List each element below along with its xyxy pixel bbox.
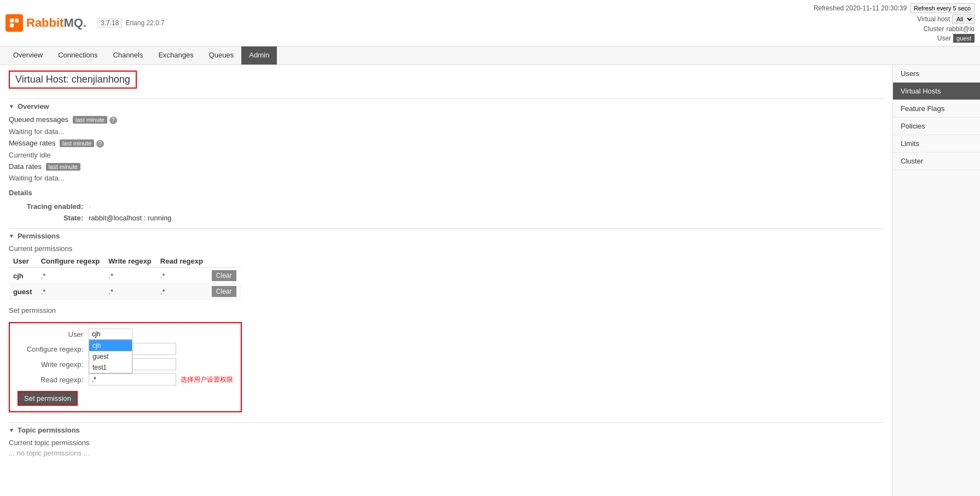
nav-queues[interactable]: Queues (201, 46, 242, 65)
form-note: 选择用户设置权限 (181, 375, 233, 384)
queued-tag: last minute (73, 116, 107, 124)
permissions-collapse-arrow[interactable]: ▼ (9, 233, 14, 239)
message-rates-help[interactable]: ? (96, 140, 104, 148)
form-read-label: Read regexp: (18, 376, 89, 384)
nav-exchanges[interactable]: Exchanges (150, 46, 201, 65)
perm-table-header-row: User Configure regexp Write regexp Read … (9, 255, 241, 268)
perm-row-1: guest .* .* .* Clear (9, 284, 241, 300)
cluster-label: Cluster (923, 25, 944, 33)
topic-permissions-section-header: ▼ Topic permissions (9, 422, 884, 434)
perm-configure-1: .* (37, 284, 105, 300)
current-permissions-label: Current permissions (9, 244, 884, 253)
svg-rect-1 (15, 19, 19, 22)
user-value: guest (953, 34, 975, 43)
sidebar-item-feature-flags[interactable]: Feature Flags (893, 100, 980, 118)
nav-admin[interactable]: Admin (241, 46, 277, 65)
details-label: Details (9, 187, 884, 199)
sidebar-item-policies[interactable]: Policies (893, 118, 980, 135)
set-permission-label: Set permission (9, 306, 884, 314)
nav-overview[interactable]: Overview (5, 46, 50, 65)
currently-idle: Currently idle (9, 149, 884, 161)
erlang-version: Erlang 22.0.7 (125, 19, 164, 27)
clear-button-1[interactable]: Clear (212, 286, 236, 297)
user-select[interactable]: cjh guest test1 (89, 329, 132, 340)
perm-read-1: .* (156, 284, 207, 300)
perm-write-1: .* (104, 284, 156, 300)
queued-messages-row: Queued messages last minute ? (9, 114, 884, 126)
clear-button-0[interactable]: Clear (212, 270, 236, 281)
perm-configure-0: .* (37, 268, 105, 284)
user-row: User guest (937, 34, 975, 43)
th-write: Write regexp (104, 255, 156, 268)
refresh-info: Refreshed 2020-11-11 20:30:39 Refresh ev… (814, 3, 975, 13)
sidebar-item-limits[interactable]: Limits (893, 135, 980, 153)
overview-section-header: ▼ Overview (9, 98, 884, 110)
refresh-btn[interactable]: Refresh every 5 seco (910, 3, 975, 13)
nav-connections[interactable]: Connections (50, 46, 105, 65)
message-rates-label: Message rates (9, 139, 55, 147)
current-topic-permissions-label: Current topic permissions (9, 439, 884, 447)
logo-icon (5, 14, 23, 32)
th-user: User (9, 255, 37, 268)
sidebar-item-users[interactable]: Users (893, 65, 980, 83)
user-select-wrapper: cjh guest test1 cjh guest test1 (89, 329, 132, 340)
dropdown-test1[interactable]: test1 (89, 362, 132, 373)
svg-rect-2 (10, 24, 14, 27)
version-badge: 3.7.18 (97, 18, 122, 28)
topic-permissions-section-label: Topic permissions (18, 426, 80, 434)
queued-help[interactable]: ? (109, 116, 117, 124)
nav-channels[interactable]: Channels (105, 46, 150, 65)
svg-rect-0 (10, 19, 14, 22)
th-read: Read regexp (156, 255, 207, 268)
perm-user-0: cjh (9, 268, 37, 284)
header-right: Refreshed 2020-11-11 20:30:39 Refresh ev… (814, 3, 975, 43)
waiting-data-2: Waiting for data... (9, 172, 884, 184)
sidebar-item-cluster[interactable]: Cluster (893, 153, 980, 170)
sidebar-item-virtual-hosts[interactable]: Virtual Hosts (893, 83, 980, 100)
state-label: State: (18, 214, 89, 222)
cluster-value: rabbit@lo (946, 25, 975, 33)
set-permission-button[interactable]: Set permission (18, 391, 78, 406)
tracing-label: Tracing enabled: (18, 202, 89, 211)
data-rates-tag: last minute (46, 163, 80, 171)
sidebar: Users Virtual Hosts Feature Flags Polici… (892, 65, 980, 496)
permissions-table: User Configure regexp Write regexp Read … (9, 255, 241, 300)
overview-collapse-arrow[interactable]: ▼ (9, 103, 14, 109)
state-value: rabbit@localhost : running (89, 214, 171, 222)
tracing-row: Tracing enabled: · (18, 201, 884, 212)
version-info: 3.7.18 Erlang 22.0.7 (97, 18, 165, 28)
perm-row-0: cjh .* .* .* Clear (9, 268, 241, 284)
perm-read-0: .* (156, 268, 207, 284)
details-table: Tracing enabled: · State: rabbit@localho… (18, 201, 884, 224)
main-layout: Virtual Host: chenjianhong ▼ Overview Qu… (0, 65, 980, 496)
state-row: State: rabbit@localhost : running (18, 212, 884, 224)
page-title: Virtual Host: chenjianhong (9, 71, 137, 89)
form-configure-label: Configure regexp: (18, 345, 89, 353)
tracing-value: · (89, 202, 91, 211)
overview-section-label: Overview (18, 102, 49, 110)
perm-write-0: .* (104, 268, 156, 284)
perm-clear-0: Clear (207, 268, 241, 284)
vhost-select[interactable]: All (952, 14, 975, 24)
permissions-section-header: ▼ Permissions (9, 228, 884, 240)
logo-text: RabbitMQ. (26, 16, 86, 30)
message-rates-tag: last minute (60, 139, 94, 147)
form-read-row: Read regexp: 选择用户设置权限 (18, 374, 233, 386)
content: Virtual Host: chenjianhong ▼ Overview Qu… (0, 65, 892, 496)
data-rates-label: Data rates (9, 162, 42, 171)
topic-collapse-arrow[interactable]: ▼ (9, 427, 14, 433)
dropdown-cjh[interactable]: cjh (89, 340, 132, 351)
message-rates-row: Message rates last minute ? (9, 137, 884, 149)
queued-messages-label: Queued messages (9, 115, 68, 124)
vhost-row: Virtual host All (917, 14, 975, 24)
cluster-row: Cluster rabbit@lo (923, 25, 975, 33)
no-topic-permissions: ... no topic permissions ... (9, 449, 884, 457)
form-user-row: User cjh guest test1 cjh guest test1 (18, 329, 233, 340)
read-regexp-input[interactable] (89, 374, 176, 386)
data-rates-row: Data rates last minute (9, 161, 884, 172)
permissions-section-label: Permissions (18, 232, 60, 240)
dropdown-guest[interactable]: guest (89, 351, 132, 362)
user-label: User (937, 34, 951, 42)
header: RabbitMQ. 3.7.18 Erlang 22.0.7 Refreshed… (0, 0, 980, 46)
vhost-label: Virtual host (917, 15, 950, 23)
